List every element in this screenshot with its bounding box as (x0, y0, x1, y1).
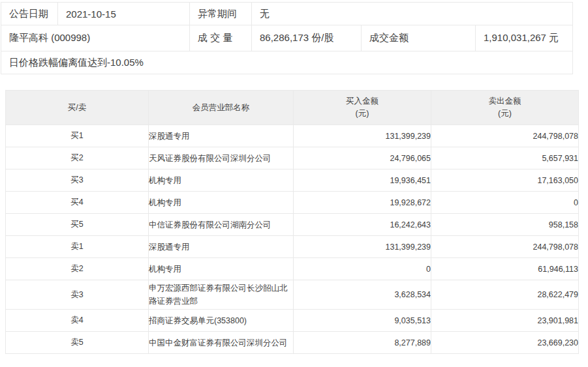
table-header-sell-amount: 卖出金额 (元) (431, 91, 579, 125)
branch-name: 招商证券交易单元(353800) (149, 310, 294, 332)
table-header-side: 买/卖 (6, 91, 149, 125)
row-side: 买1 (6, 125, 149, 147)
sell-amount: 0 (431, 192, 579, 214)
branch-name: 深股通专用 (149, 236, 294, 258)
table-header-branch: 会员营业部名称 (149, 91, 294, 125)
buy-amount: 9,035,513 (294, 310, 431, 332)
table-row: 买1 深股通专用 131,399,239 244,798,078 (6, 125, 579, 147)
sell-amount: 244,798,078 (431, 236, 579, 258)
announce-date-label: 公告日期 (1, 3, 58, 25)
table-row: 卖4 招商证券交易单元(353800) 9,035,513 23,901,981 (6, 310, 579, 332)
summary-row-reason: 日价格跌幅偏离值达到-10.05% (1, 51, 573, 74)
table-row: 买4 机构专用 19,928,672 0 (6, 192, 579, 214)
row-side: 卖3 (6, 280, 149, 310)
summary-row-date: 公告日期 2021-10-15 异常期间 无 (1, 3, 573, 25)
sell-amount: 958,158 (431, 214, 579, 236)
row-side: 买3 (6, 169, 149, 192)
buy-amount: 24,796,065 (294, 147, 431, 169)
sell-amount: 61,946,113 (431, 258, 579, 280)
branch-name: 机构专用 (149, 192, 294, 214)
sell-amount: 17,163,050 (431, 169, 579, 192)
branch-name: 机构专用 (149, 258, 294, 280)
deviation-note: 日价格跌幅偏离值达到-10.05% (1, 51, 573, 74)
buy-amount-unit: (元) (356, 109, 369, 118)
row-side: 卖4 (6, 310, 149, 332)
row-side: 买2 (6, 147, 149, 169)
abnormal-period-label: 异常期间 (190, 3, 252, 25)
turnover-value: 1,910,031,267 元 (476, 25, 573, 51)
sell-amount: 28,622,479 (431, 280, 579, 310)
table-row: 买5 中信证券股份有限公司湖南分公司 16,242,643 958,158 (6, 214, 579, 236)
volume-label: 成 交 量 (190, 25, 252, 51)
row-side: 买4 (6, 192, 149, 214)
branch-name: 机构专用 (149, 169, 294, 192)
branch-name: 中国中金财富证券有限公司深圳分公司 (149, 332, 294, 354)
sell-amount-unit: (元) (498, 109, 512, 118)
buy-amount: 19,936,451 (294, 169, 431, 192)
announce-date-value: 2021-10-15 (58, 3, 190, 25)
table-row: 卖5 中国中金财富证券有限公司深圳分公司 8,277,889 23,669,23… (6, 332, 579, 354)
table-header-row: 买/卖 会员营业部名称 买入金额 (元) 卖出金额 (元) (6, 91, 579, 125)
turnover-label: 成交金额 (362, 25, 476, 51)
buy-amount-title: 买入金额 (346, 96, 379, 106)
branch-name: 天风证券股份有限公司深圳分公司 (149, 147, 294, 169)
row-side: 卖5 (6, 332, 149, 354)
summary-row-stock: 隆平高科 (000998) 成 交 量 86,286,173 份/股 成交金额 … (1, 25, 573, 51)
table-row: 买2 天风证券股份有限公司深圳分公司 24,796,065 5,657,931 (6, 147, 579, 169)
sell-amount: 23,669,230 (431, 332, 579, 354)
table-header-buy-amount: 买入金额 (元) (294, 91, 431, 125)
table-row: 卖1 深股通专用 131,399,239 244,798,078 (6, 236, 579, 258)
buy-amount: 16,242,643 (294, 214, 431, 236)
sell-amount: 5,657,931 (431, 147, 579, 169)
sell-amount: 244,798,078 (431, 125, 579, 147)
abnormal-period-value: 无 (252, 3, 573, 25)
buy-amount: 131,399,239 (294, 236, 431, 258)
summary-table: 公告日期 2021-10-15 异常期间 无 隆平高科 (000998) 成 交… (1, 2, 573, 74)
branch-name: 申万宏源西部证券有限公司长沙韶山北路证券营业部 (149, 280, 294, 310)
buy-amount: 0 (294, 258, 431, 280)
row-side: 买5 (6, 214, 149, 236)
branch-name: 中信证券股份有限公司湖南分公司 (149, 214, 294, 236)
sell-amount-title: 卖出金额 (489, 96, 521, 106)
row-side: 卖2 (6, 258, 149, 280)
trading-disclosure-page: 公告日期 2021-10-15 异常期间 无 隆平高科 (000998) 成 交… (0, 0, 588, 367)
buy-amount: 19,928,672 (294, 192, 431, 214)
buy-amount: 8,277,889 (294, 332, 431, 354)
table-row: 卖2 机构专用 0 61,946,113 (6, 258, 579, 280)
buy-amount: 131,399,239 (294, 125, 431, 147)
sell-amount: 23,901,981 (431, 310, 579, 332)
branch-name: 深股通专用 (149, 125, 294, 147)
table-row: 买3 机构专用 19,936,451 17,163,050 (6, 169, 579, 192)
volume-value: 86,286,173 份/股 (252, 25, 362, 51)
table-row: 卖3 申万宏源西部证券有限公司长沙韶山北路证券营业部 3,628,534 28,… (6, 280, 579, 310)
buy-amount: 3,628,534 (294, 280, 431, 310)
stock-name: 隆平高科 (000998) (1, 25, 190, 51)
row-side: 卖1 (6, 236, 149, 258)
broker-seats-table: 买/卖 会员营业部名称 买入金额 (元) 卖出金额 (元) 买1 深股通专用 1… (5, 90, 579, 354)
